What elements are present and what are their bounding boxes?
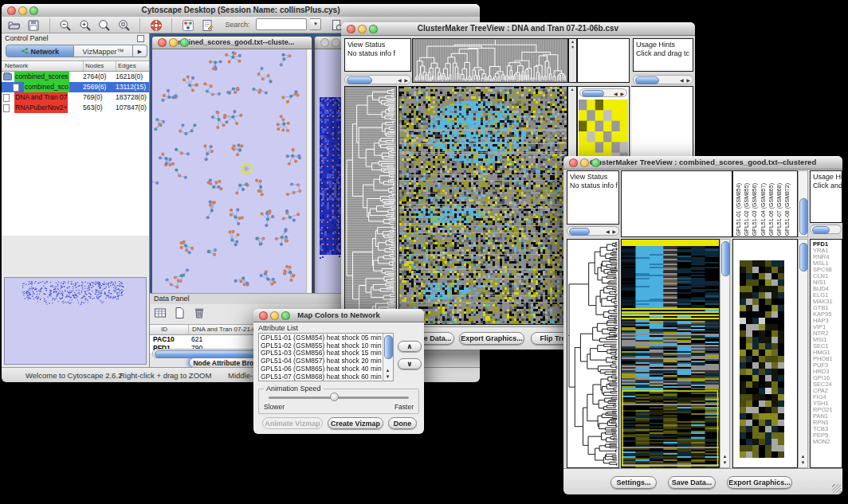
- search-dropdown-button[interactable]: ▼: [310, 18, 321, 30]
- tv1-export-graphics-button[interactable]: Export Graphics...: [459, 332, 524, 345]
- close-button[interactable]: [569, 158, 578, 167]
- scrollbar-thumb[interactable]: [799, 243, 808, 272]
- minimize-button[interactable]: [169, 38, 178, 47]
- tv1-heatmap[interactable]: [398, 86, 567, 325]
- scroll-arrows-icon[interactable]: ◀ ▶: [606, 229, 617, 234]
- col-edges[interactable]: Edges: [116, 61, 136, 71]
- scroll-arrows-icon[interactable]: ◀ ▶: [614, 91, 625, 96]
- close-button[interactable]: [7, 6, 16, 15]
- tv2-heatmap-vscrollbar[interactable]: ▲ ▼: [720, 239, 730, 468]
- network-vscrollbar[interactable]: [306, 49, 312, 294]
- create-vizmap-button[interactable]: Create Vizmap: [328, 417, 383, 429]
- scrollbar-thumb[interactable]: [384, 335, 393, 359]
- scroll-up-icon[interactable]: ▲: [383, 368, 392, 373]
- minimize-button[interactable]: [270, 311, 279, 320]
- attribute-list-vscrollbar[interactable]: ▲ ▼: [383, 334, 393, 381]
- col-nodes[interactable]: Nodes: [83, 61, 104, 71]
- tv2-zoom-vscrollbar[interactable]: ▲ ▼: [798, 239, 808, 468]
- treeview2-titlebar[interactable]: ClusterMaker TreeView : combined_scores_…: [563, 156, 842, 170]
- done-button[interactable]: Done: [388, 417, 417, 429]
- tv1-hints-hscrollbar[interactable]: ◀ ▶: [633, 75, 693, 84]
- scrollbar-thumb[interactable]: [582, 90, 604, 97]
- tv2-column-label[interactable]: GPL51-06 (GSM865): [768, 183, 774, 236]
- zoom-fit-icon[interactable]: [97, 18, 112, 33]
- tv2-status-hscrollbar[interactable]: ◀ ▶: [567, 226, 619, 236]
- tv1-column-dendrogram[interactable]: [412, 38, 568, 83]
- tv2-column-label[interactable]: GPL51-07 (GSM868): [776, 183, 782, 236]
- network-row[interactable]: combined_sco 2569(6) 13112(15): [2, 82, 149, 92]
- attribute-item[interactable]: GPL51-07 (GSM868) heat shock 60 min: [259, 373, 383, 381]
- minimize-button[interactable]: [18, 6, 27, 15]
- float-panel-icon[interactable]: [137, 35, 144, 42]
- zoom-button[interactable]: [180, 38, 189, 47]
- animation-speed-slider[interactable]: [269, 397, 409, 399]
- zoom-button[interactable]: [29, 6, 38, 15]
- slider-thumb[interactable]: [330, 393, 339, 401]
- network-row[interactable]: combined_scores 2764(0) 16218(0): [2, 72, 149, 82]
- tab-network[interactable]: Network: [6, 45, 74, 57]
- scrollbar-thumb[interactable]: [347, 76, 372, 84]
- scrollbar-thumb[interactable]: [799, 198, 808, 235]
- scroll-down-icon[interactable]: ▼: [383, 374, 392, 380]
- tv2-column-label[interactable]: GPL51-04 (GSM857): [760, 183, 766, 236]
- col-network[interactable]: Network: [5, 61, 28, 71]
- network-row[interactable]: DNA and Tran 07 769(0) 183728(0): [2, 92, 149, 103]
- tv2-row-dendrogram[interactable]: [567, 239, 619, 468]
- zoom-out-icon[interactable]: [58, 18, 73, 33]
- scrollbar-thumb[interactable]: [635, 76, 659, 84]
- treeview1-titlebar[interactable]: ClusterMaker TreeView : DNA and Tran 07-…: [341, 22, 695, 36]
- tv2-column-dendrogram[interactable]: [621, 170, 732, 237]
- zoom-selected-icon[interactable]: [117, 18, 132, 33]
- zoom-button[interactable]: [591, 158, 600, 167]
- scrollbar-thumb[interactable]: [721, 241, 730, 276]
- network-view-1-canvas[interactable]: [152, 49, 305, 289]
- main-window-titlebar[interactable]: Cytoscape Desktop (Session Name: collins…: [2, 4, 480, 18]
- tv2-save-data-button[interactable]: Save Data...: [668, 476, 716, 489]
- close-button[interactable]: [347, 25, 355, 33]
- tv1-status-hscrollbar[interactable]: ◀ ▶: [344, 75, 411, 84]
- tv1-row-dendrogram[interactable]: [344, 86, 397, 325]
- tv1-zoom-hscrollbar[interactable]: ◀ ▶: [579, 88, 627, 97]
- tv2-column-label[interactable]: GPL51-02 (GSM855): [744, 183, 749, 236]
- tv2-column-label[interactable]: GPL51-03 (GSM856): [752, 183, 757, 236]
- scroll-up-icon[interactable]: ▲: [799, 454, 807, 459]
- scrollbar-thumb[interactable]: [569, 228, 590, 236]
- tab-vizmapper[interactable]: VizMapper™: [74, 45, 133, 57]
- tv2-heatmap[interactable]: [621, 239, 720, 468]
- scrollbar-thumb[interactable]: [812, 226, 830, 234]
- minimize-button[interactable]: [580, 158, 589, 167]
- vizmap-icon[interactable]: [181, 18, 195, 33]
- scroll-up-icon[interactable]: ▲: [720, 454, 729, 459]
- tv2-settings-button[interactable]: Settings...: [610, 476, 657, 489]
- tv2-hints-hscrollbar[interactable]: [810, 225, 842, 234]
- animate-vizmap-button[interactable]: Animate Vizmap: [262, 417, 323, 429]
- tv2-row-label[interactable]: MON2: [813, 439, 833, 445]
- dialog-titlebar[interactable]: Map Colors to Network: [253, 309, 424, 322]
- col-id[interactable]: ID: [161, 325, 167, 334]
- scroll-arrows-icon[interactable]: ◀ ▶: [398, 77, 409, 83]
- scroll-down-icon[interactable]: ▼: [799, 460, 807, 466]
- close-button[interactable]: [259, 311, 268, 320]
- tv2-column-label[interactable]: GPL51-01 (GSM854): [736, 183, 741, 236]
- tv2-collabel-vscrollbar[interactable]: [798, 170, 808, 237]
- minimize-button[interactable]: [358, 25, 367, 33]
- search-input[interactable]: [256, 18, 307, 30]
- tv2-column-label[interactable]: GPL51-08 (GSM872): [784, 183, 790, 236]
- tv1-zoom-heatmap[interactable]: [579, 100, 628, 163]
- minimize-button[interactable]: [332, 38, 340, 47]
- table-mode-icon[interactable]: [153, 306, 167, 320]
- close-button[interactable]: [320, 38, 329, 47]
- delete-attribute-icon[interactable]: [192, 306, 206, 320]
- move-up-button[interactable]: ∧: [398, 341, 422, 352]
- help-lifering-icon[interactable]: [149, 18, 163, 33]
- tv2-zoom-heatmap[interactable]: [740, 260, 784, 458]
- birdseye-canvas[interactable]: [5, 278, 146, 364]
- network-window-1-titlebar[interactable]: combined_scores_good.txt--cluste...: [152, 37, 312, 49]
- open-session-button[interactable]: [7, 18, 22, 33]
- move-down-button[interactable]: ∨: [398, 358, 422, 369]
- annotation-icon[interactable]: [200, 18, 214, 33]
- col-attr[interactable]: DNA and Tran 07-21-06b: [188, 325, 263, 334]
- close-button[interactable]: [158, 38, 167, 47]
- zoom-button[interactable]: [281, 311, 290, 320]
- birdseye-view[interactable]: [4, 277, 147, 365]
